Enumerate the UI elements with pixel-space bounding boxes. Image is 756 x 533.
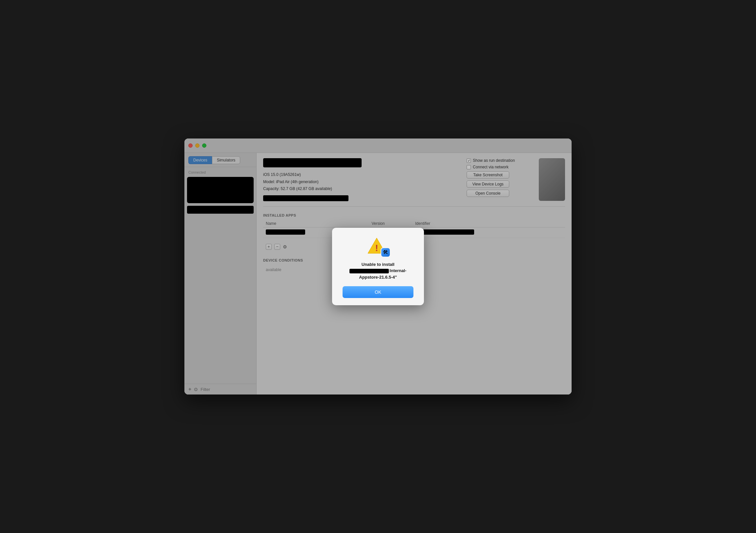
- app-badge-icon: 🛠: [381, 247, 391, 257]
- modal-title-line2: Internal-: [349, 267, 406, 274]
- modal-message: Unable to install Internal- Appstore-21.…: [349, 261, 406, 281]
- svg-text:!: !: [375, 243, 378, 253]
- modal-ok-button[interactable]: OK: [342, 286, 414, 298]
- modal-title-line1: Unable to install: [349, 261, 406, 268]
- modal-title-line3: Appstore-21.6.5-4": [349, 274, 406, 281]
- modal-app-name-redacted: [349, 269, 389, 273]
- modal-dialog: ! 🛠 Unable to install Internal- Appstore…: [332, 228, 424, 306]
- modal-icon-container: ! 🛠: [367, 237, 389, 257]
- modal-overlay: ! 🛠 Unable to install Internal- Appstore…: [184, 138, 572, 395]
- main-window: Devices Simulators Connected + ⊙ Filter …: [184, 138, 572, 395]
